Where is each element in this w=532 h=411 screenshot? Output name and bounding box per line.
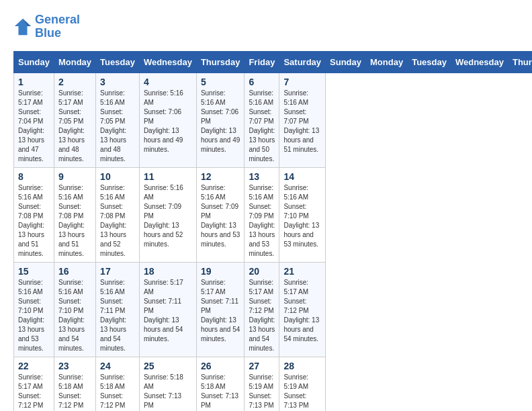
header-row: SundayMondayTuesdayWednesdayThursdayFrid… bbox=[14, 51, 533, 73]
col-header-wednesday: Wednesday bbox=[139, 51, 196, 73]
day-number: 5 bbox=[201, 77, 240, 87]
calendar-cell: 2Sunrise: 5:17 AMSunset: 7:05 PMDaylight… bbox=[54, 73, 95, 167]
calendar-cell: 26Sunrise: 5:18 AMSunset: 7:13 PMDayligh… bbox=[196, 357, 245, 411]
day-info: Sunrise: 5:18 AMSunset: 7:12 PMDaylight:… bbox=[100, 373, 126, 411]
col-header-friday: Friday bbox=[245, 51, 279, 73]
calendar-week-3: 15Sunrise: 5:16 AMSunset: 7:10 PMDayligh… bbox=[14, 262, 533, 357]
calendar-cell: 19Sunrise: 5:17 AMSunset: 7:11 PMDayligh… bbox=[196, 262, 245, 357]
calendar-table: SundayMondayTuesdayWednesdayThursdayFrid… bbox=[13, 51, 532, 411]
day-number: 22 bbox=[18, 361, 50, 371]
day-number: 7 bbox=[283, 77, 321, 87]
calendar-cell: 28Sunrise: 5:19 AMSunset: 7:13 PMDayligh… bbox=[279, 357, 326, 411]
day-number: 11 bbox=[144, 171, 192, 182]
day-number: 19 bbox=[201, 266, 240, 277]
calendar-cell: 21Sunrise: 5:17 AMSunset: 7:12 PMDayligh… bbox=[279, 262, 326, 357]
col-header-thursday: Thursday bbox=[196, 51, 245, 73]
calendar-week-2: 8Sunrise: 5:16 AMSunset: 7:08 PMDaylight… bbox=[14, 167, 533, 262]
calendar-cell: 7Sunrise: 5:16 AMSunset: 7:07 PMDaylight… bbox=[279, 73, 326, 167]
day-number: 12 bbox=[201, 171, 240, 182]
calendar-cell: 8Sunrise: 5:16 AMSunset: 7:08 PMDaylight… bbox=[14, 167, 54, 262]
day-number: 17 bbox=[100, 266, 135, 277]
day-number: 13 bbox=[249, 171, 275, 182]
calendar-week-4: 22Sunrise: 5:17 AMSunset: 7:12 PMDayligh… bbox=[14, 357, 533, 411]
day-info: Sunrise: 5:19 AMSunset: 7:13 PMDaylight:… bbox=[249, 373, 275, 411]
day-number: 6 bbox=[249, 77, 275, 87]
col-header-sunday: Sunday bbox=[14, 51, 54, 73]
day-info: Sunrise: 5:17 AMSunset: 7:12 PMDaylight:… bbox=[249, 279, 275, 352]
col-header-thursday: Thursday bbox=[508, 51, 532, 73]
day-info: Sunrise: 5:17 AMSunset: 7:11 PMDaylight:… bbox=[144, 279, 183, 342]
day-info: Sunrise: 5:16 AMSunset: 7:09 PMDaylight:… bbox=[201, 184, 240, 248]
logo: General Blue bbox=[13, 13, 80, 40]
day-number: 10 bbox=[100, 171, 135, 182]
col-header-sunday: Sunday bbox=[326, 51, 366, 73]
calendar-cell: 14Sunrise: 5:16 AMSunset: 7:10 PMDayligh… bbox=[279, 167, 326, 262]
day-number: 24 bbox=[100, 361, 135, 371]
day-info: Sunrise: 5:16 AMSunset: 7:07 PMDaylight:… bbox=[283, 89, 319, 153]
day-number: 20 bbox=[249, 266, 275, 277]
calendar-cell: 25Sunrise: 5:18 AMSunset: 7:13 PMDayligh… bbox=[139, 357, 196, 411]
day-info: Sunrise: 5:18 AMSunset: 7:13 PMDaylight:… bbox=[201, 373, 240, 411]
day-number: 23 bbox=[58, 361, 91, 371]
day-info: Sunrise: 5:16 AMSunset: 7:06 PMDaylight:… bbox=[144, 89, 183, 153]
day-number: 9 bbox=[58, 171, 91, 182]
logo-text: General Blue bbox=[35, 13, 80, 40]
day-number: 27 bbox=[249, 361, 275, 371]
day-info: Sunrise: 5:16 AMSunset: 7:11 PMDaylight:… bbox=[100, 279, 126, 352]
calendar-cell: 22Sunrise: 5:17 AMSunset: 7:12 PMDayligh… bbox=[14, 357, 54, 411]
calendar-cell: 15Sunrise: 5:16 AMSunset: 7:10 PMDayligh… bbox=[14, 262, 54, 357]
calendar-cell: 10Sunrise: 5:16 AMSunset: 7:08 PMDayligh… bbox=[96, 167, 140, 262]
page-header: General Blue bbox=[13, 13, 519, 40]
day-info: Sunrise: 5:17 AMSunset: 7:05 PMDaylight:… bbox=[58, 89, 85, 163]
svg-marker-1 bbox=[15, 19, 31, 35]
col-header-saturday: Saturday bbox=[279, 51, 326, 73]
day-number: 4 bbox=[144, 77, 192, 87]
day-number: 14 bbox=[283, 171, 321, 182]
day-info: Sunrise: 5:16 AMSunset: 7:10 PMDaylight:… bbox=[18, 279, 44, 352]
calendar-week-1: 1Sunrise: 5:17 AMSunset: 7:04 PMDaylight… bbox=[14, 73, 533, 167]
calendar-cell: 1Sunrise: 5:17 AMSunset: 7:04 PMDaylight… bbox=[14, 73, 54, 167]
day-number: 16 bbox=[58, 266, 91, 277]
day-info: Sunrise: 5:16 AMSunset: 7:06 PMDaylight:… bbox=[201, 89, 240, 153]
col-header-tuesday: Tuesday bbox=[96, 51, 140, 73]
calendar-cell: 16Sunrise: 5:16 AMSunset: 7:10 PMDayligh… bbox=[54, 262, 95, 357]
calendar-cell: 5Sunrise: 5:16 AMSunset: 7:06 PMDaylight… bbox=[196, 73, 245, 167]
day-number: 3 bbox=[100, 77, 135, 87]
day-number: 26 bbox=[201, 361, 240, 371]
day-info: Sunrise: 5:19 AMSunset: 7:13 PMDaylight:… bbox=[283, 373, 319, 411]
day-info: Sunrise: 5:16 AMSunset: 7:08 PMDaylight:… bbox=[58, 184, 85, 257]
calendar-cell: 23Sunrise: 5:18 AMSunset: 7:12 PMDayligh… bbox=[54, 357, 95, 411]
col-header-monday: Monday bbox=[54, 51, 95, 73]
day-info: Sunrise: 5:16 AMSunset: 7:09 PMDaylight:… bbox=[249, 184, 275, 257]
calendar-cell: 13Sunrise: 5:16 AMSunset: 7:09 PMDayligh… bbox=[245, 167, 279, 262]
day-info: Sunrise: 5:17 AMSunset: 7:11 PMDaylight:… bbox=[201, 279, 240, 342]
day-info: Sunrise: 5:17 AMSunset: 7:04 PMDaylight:… bbox=[18, 89, 44, 163]
logo-icon bbox=[13, 17, 32, 36]
day-info: Sunrise: 5:16 AMSunset: 7:08 PMDaylight:… bbox=[100, 184, 126, 257]
day-info: Sunrise: 5:16 AMSunset: 7:10 PMDaylight:… bbox=[58, 279, 85, 352]
calendar-cell: 12Sunrise: 5:16 AMSunset: 7:09 PMDayligh… bbox=[196, 167, 245, 262]
day-number: 28 bbox=[283, 361, 321, 371]
day-info: Sunrise: 5:18 AMSunset: 7:12 PMDaylight:… bbox=[58, 373, 85, 411]
calendar-cell: 27Sunrise: 5:19 AMSunset: 7:13 PMDayligh… bbox=[245, 357, 279, 411]
day-number: 21 bbox=[283, 266, 321, 277]
calendar-cell: 11Sunrise: 5:16 AMSunset: 7:09 PMDayligh… bbox=[139, 167, 196, 262]
day-info: Sunrise: 5:16 AMSunset: 7:05 PMDaylight:… bbox=[100, 89, 126, 163]
calendar-cell: 9Sunrise: 5:16 AMSunset: 7:08 PMDaylight… bbox=[54, 167, 95, 262]
day-info: Sunrise: 5:18 AMSunset: 7:13 PMDaylight:… bbox=[144, 373, 183, 411]
day-info: Sunrise: 5:16 AMSunset: 7:09 PMDaylight:… bbox=[144, 184, 183, 248]
col-header-tuesday: Tuesday bbox=[408, 51, 451, 73]
calendar-cell: 17Sunrise: 5:16 AMSunset: 7:11 PMDayligh… bbox=[96, 262, 140, 357]
day-number: 2 bbox=[58, 77, 91, 87]
calendar-cell: 3Sunrise: 5:16 AMSunset: 7:05 PMDaylight… bbox=[96, 73, 140, 167]
day-info: Sunrise: 5:17 AMSunset: 7:12 PMDaylight:… bbox=[283, 279, 319, 342]
day-info: Sunrise: 5:16 AMSunset: 7:08 PMDaylight:… bbox=[18, 184, 44, 257]
calendar-cell: 20Sunrise: 5:17 AMSunset: 7:12 PMDayligh… bbox=[245, 262, 279, 357]
calendar-cell: 4Sunrise: 5:16 AMSunset: 7:06 PMDaylight… bbox=[139, 73, 196, 167]
day-number: 18 bbox=[144, 266, 192, 277]
day-info: Sunrise: 5:17 AMSunset: 7:12 PMDaylight:… bbox=[18, 373, 44, 411]
calendar-cell: 18Sunrise: 5:17 AMSunset: 7:11 PMDayligh… bbox=[139, 262, 196, 357]
day-info: Sunrise: 5:16 AMSunset: 7:10 PMDaylight:… bbox=[283, 184, 319, 248]
col-header-monday: Monday bbox=[366, 51, 408, 73]
day-number: 25 bbox=[144, 361, 192, 371]
